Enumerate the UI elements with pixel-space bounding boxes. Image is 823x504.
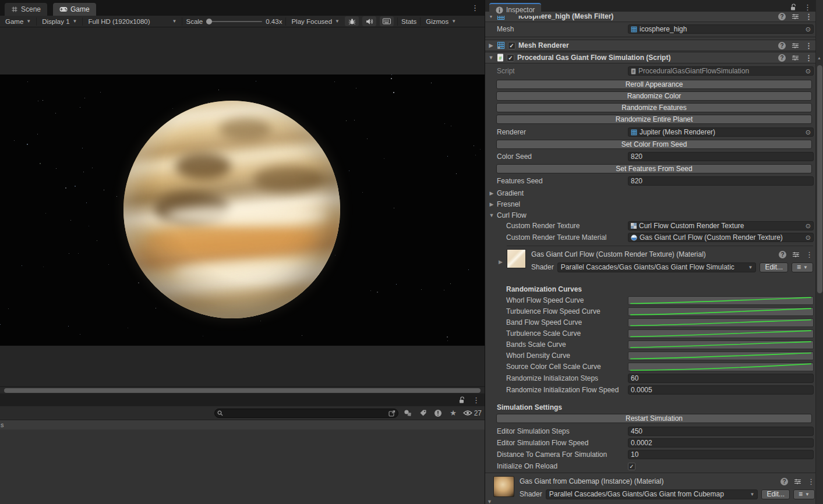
help-icon[interactable]: ? xyxy=(778,42,786,49)
foldout-icon[interactable]: ▶ xyxy=(499,259,503,265)
presets-icon[interactable] xyxy=(792,55,799,61)
search-input[interactable] xyxy=(225,409,386,417)
color-seed-input[interactable]: 820 xyxy=(628,152,814,161)
component-menu-icon[interactable]: ⋮ xyxy=(805,13,813,20)
set-color-from-seed-button[interactable]: Set Color From Seed xyxy=(496,140,812,149)
help-icon[interactable]: ? xyxy=(780,478,788,485)
game-mode-dropdown[interactable]: Game▼ xyxy=(3,18,33,25)
shader-edit-button[interactable]: Edit... xyxy=(761,489,790,499)
material-preview-thumbnail[interactable] xyxy=(507,249,526,268)
foldout-gradient[interactable]: ▶ Gradient xyxy=(485,187,815,198)
scroll-up-arrow[interactable]: ▲ xyxy=(817,56,821,60)
object-picker-icon[interactable]: ⊙ xyxy=(806,234,811,242)
presets-icon[interactable] xyxy=(794,478,801,485)
presets-icon[interactable] xyxy=(792,13,799,20)
material-preview-thumbnail[interactable] xyxy=(493,476,514,497)
mute-audio-toggle[interactable] xyxy=(362,16,376,26)
foldout-icon[interactable]: ▼ xyxy=(487,499,492,504)
game-window-menu-icon[interactable]: ⋮ xyxy=(471,4,479,12)
curve-field[interactable] xyxy=(628,363,814,371)
help-icon[interactable]: ? xyxy=(778,13,786,20)
tab-game[interactable]: Game xyxy=(53,3,96,16)
reroll-appearance-button[interactable]: Reroll Appearance xyxy=(496,80,812,89)
curve-field[interactable] xyxy=(628,307,814,316)
foldout-icon[interactable]: ▼ xyxy=(488,55,494,61)
search-field[interactable] xyxy=(214,409,398,418)
presets-icon[interactable] xyxy=(792,251,800,258)
help-icon[interactable]: ? xyxy=(778,54,786,62)
randomize-flow-speed-input[interactable]: 0.0005 xyxy=(628,385,814,395)
shader-edit-button[interactable]: Edit... xyxy=(760,262,788,272)
visibility-counter[interactable]: 27 xyxy=(463,407,482,418)
material-menu-icon[interactable]: ⋮ xyxy=(806,251,813,258)
scale-slider-knob[interactable] xyxy=(206,19,212,24)
renderer-object-field[interactable]: Jupiter (Mesh Renderer) ⊙ xyxy=(628,127,814,137)
presets-icon[interactable] xyxy=(792,42,799,49)
scale-slider[interactable] xyxy=(206,21,262,22)
help-icon[interactable]: ? xyxy=(779,251,786,258)
foldout-icon[interactable]: ▶ xyxy=(488,42,494,48)
curve-field[interactable] xyxy=(628,296,814,305)
inspector-window-menu-icon[interactable]: ⋮ xyxy=(804,3,811,11)
shader-dropdown[interactable]: Parallel Cascades/Gas Giants/Gas Giant F… xyxy=(557,262,757,272)
curve-field[interactable] xyxy=(628,352,814,360)
unlock-icon[interactable] xyxy=(458,396,465,404)
randomize-steps-input[interactable]: 60 xyxy=(628,374,814,383)
custom-render-texture-field[interactable]: Curl Flow Custom Render Texture ⊙ xyxy=(628,221,814,230)
filter-by-type-button[interactable] xyxy=(402,407,414,418)
play-focused-dropdown[interactable]: Play Focused▼ xyxy=(289,18,341,25)
editor-simulation-flow-speed-input[interactable]: 0.0002 xyxy=(628,438,814,448)
enabled-checkbox[interactable]: ✓ xyxy=(508,42,515,49)
object-picker-icon[interactable]: ⊙ xyxy=(806,68,811,75)
initialize-on-reload-checkbox[interactable]: ✓ xyxy=(628,463,635,470)
curve-field[interactable] xyxy=(628,329,814,338)
hidden-packages-button[interactable] xyxy=(432,407,444,418)
gizmos-dropdown[interactable]: Gizmos▼ xyxy=(424,18,458,25)
project-window-menu-icon[interactable]: ⋮ xyxy=(472,396,480,404)
tab-inspector[interactable]: Inspector xyxy=(489,3,541,16)
game-render-surface[interactable] xyxy=(0,74,485,346)
component-menu-icon[interactable]: ⋮ xyxy=(805,54,813,62)
debug-bug-toggle[interactable] xyxy=(345,16,359,26)
object-picker-icon[interactable]: ⊙ xyxy=(806,26,811,33)
restart-simulation-button[interactable]: Restart Simulation xyxy=(496,414,812,423)
game-viewport[interactable] xyxy=(0,27,485,386)
tab-scene[interactable]: Scene xyxy=(5,3,47,16)
foldout-fresnel[interactable]: ▶ Fresnel xyxy=(485,198,815,210)
features-seed-input[interactable]: 820 xyxy=(628,176,814,186)
vertical-scrollbar[interactable]: ▲ xyxy=(815,0,823,504)
component-header-script[interactable]: ▼ # ✓ Procedural Gas Giant Flow Simulati… xyxy=(485,52,815,63)
keyboard-shortcuts-toggle[interactable] xyxy=(380,16,394,26)
shader-dropdown[interactable]: Parallel Cascades/Gas Giants/Gas Giant f… xyxy=(546,489,758,499)
resolution-dropdown[interactable]: Full HD (1920x1080)▼ xyxy=(86,18,178,25)
stats-toggle[interactable]: Stats xyxy=(401,18,416,25)
curve-field[interactable] xyxy=(628,318,814,327)
mesh-object-field[interactable]: icosphere_high ⊙ xyxy=(628,24,814,34)
curve-field[interactable] xyxy=(628,340,814,349)
distance-to-camera-input[interactable]: 10 xyxy=(628,450,814,459)
filter-by-label-button[interactable] xyxy=(417,407,429,418)
horizontal-scrollbar-thumb[interactable] xyxy=(4,388,481,393)
open-search-window-icon[interactable] xyxy=(388,410,395,417)
shader-list-button[interactable]: ≡ ▼ xyxy=(793,489,815,499)
set-features-from-seed-button[interactable]: Set Features From Seed xyxy=(496,164,812,173)
editor-simulation-steps-input[interactable]: 450 xyxy=(628,427,814,436)
display-dropdown[interactable]: Display 1▼ xyxy=(40,18,79,25)
horizontal-scrollbar[interactable] xyxy=(0,386,485,393)
shader-list-button[interactable]: ≡ ▼ xyxy=(792,262,813,272)
material-menu-icon[interactable]: ⋮ xyxy=(807,478,815,485)
foldout-curl-flow[interactable]: ▼ Curl Flow xyxy=(485,210,815,221)
object-picker-icon[interactable]: ⊙ xyxy=(806,222,811,230)
unlock-icon[interactable] xyxy=(790,3,797,11)
enabled-checkbox[interactable]: ✓ xyxy=(507,54,514,62)
component-header-mesh-renderer[interactable]: ▶ ✓ Mesh Renderer ? ⋮ xyxy=(485,40,815,51)
favorites-button[interactable]: ★ xyxy=(447,407,459,418)
component-menu-icon[interactable]: ⋮ xyxy=(805,42,813,49)
randomize-color-button[interactable]: Randomize Color xyxy=(496,91,812,101)
object-picker-icon[interactable]: ⊙ xyxy=(806,129,811,136)
vertical-scrollbar-thumb[interactable] xyxy=(817,65,822,293)
custom-render-texture-material-field[interactable]: Gas Giant Curl Flow (Custom Render Textu… xyxy=(628,233,814,242)
randomize-entire-planet-button[interactable]: Randomize Entire Planet xyxy=(496,115,812,124)
script-object-field[interactable]: # ProceduralGasGiantFlowSimulation ⊙ xyxy=(628,66,814,76)
randomize-features-button[interactable]: Randomize Features xyxy=(496,103,812,112)
